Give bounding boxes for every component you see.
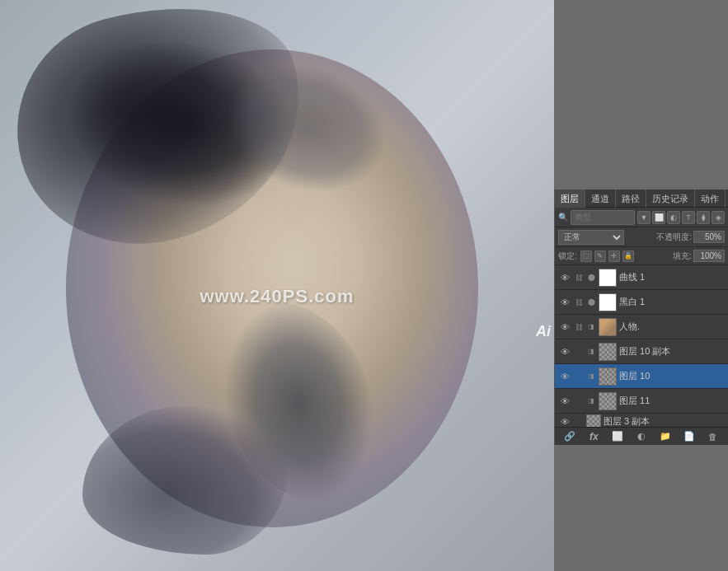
- layer-list: 👁 ⛓ ⬤ 曲线 1 👁 ⛓ ⬤ 黑白 1 👁 ⛓ ◨ 人物. 👁 ⛓ ◨: [555, 265, 728, 430]
- canvas-area: www.240PS.com: [0, 0, 554, 571]
- layer-name: 图层 10 副本: [619, 345, 725, 358]
- blend-mode-row: 正常 不透明度: 50%: [555, 227, 728, 247]
- filter-icons: ▼ ⬜ ◐ T ⧫ ◈: [637, 211, 725, 224]
- lock-icons: ⬚ ✎ ✛ 🔒: [580, 250, 634, 262]
- layer-mask-icon[interactable]: ◨: [586, 322, 596, 332]
- pixel-filter-icon[interactable]: ⬜: [652, 211, 665, 224]
- layer-name: 黑白 1: [619, 296, 725, 308]
- layer-visibility-icon[interactable]: 👁: [558, 395, 571, 408]
- lock-row: 锁定: ⬚ ✎ ✛ 🔒 填充: 100%: [555, 247, 728, 265]
- layer-row[interactable]: 👁 ⛓ ⬤ 曲线 1: [555, 265, 728, 290]
- kind-filter-icon[interactable]: ▼: [637, 211, 651, 224]
- layer-thumbnail: [599, 269, 617, 287]
- group-icon[interactable]: 📁: [658, 429, 673, 444]
- tab-channels[interactable]: 通道: [585, 190, 616, 208]
- link-icon[interactable]: 🔗: [562, 429, 577, 444]
- filter-input[interactable]: [575, 213, 631, 222]
- new-layer-icon[interactable]: 📄: [682, 429, 697, 444]
- layer-row[interactable]: 👁 ⛓ ◨ 图层 11: [555, 389, 728, 414]
- delete-layer-icon[interactable]: 🗑: [705, 429, 720, 444]
- panel-bottom-toolbar: 🔗 fx ⬜ ◐ 📁 📄 🗑: [555, 427, 728, 445]
- layers-panel: 图层 通道 路径 历史记录 动作 🔍 ▼ ⬜ ◐ T ⧫ ◈ 正常 不透明度: …: [554, 190, 728, 445]
- layer-row[interactable]: 👁 ⛓ ⬤ 黑白 1: [555, 290, 728, 315]
- layer-mask-icon[interactable]: ◨: [586, 396, 596, 406]
- layer-thumbnail: [599, 293, 617, 311]
- layer-name: 人物.: [619, 321, 725, 333]
- tab-history[interactable]: 历史记录: [646, 190, 695, 208]
- layer-thumbnail: [599, 343, 617, 361]
- add-mask-icon[interactable]: ⬜: [610, 429, 625, 444]
- layer-mask-icon[interactable]: ◨: [586, 347, 596, 357]
- lock-label: 锁定:: [558, 250, 577, 262]
- layer-name: 曲线 1: [619, 271, 725, 283]
- opacity-row: 不透明度: 50%: [656, 231, 725, 243]
- adjustment-layer-icon[interactable]: ◐: [634, 429, 649, 444]
- tab-actions[interactable]: 动作: [695, 190, 726, 208]
- layer-visibility-icon[interactable]: 👁: [558, 345, 571, 358]
- watermark: www.240PS.com: [200, 286, 354, 307]
- shape-filter-icon[interactable]: ⧫: [697, 211, 710, 224]
- layer-chain-icon[interactable]: ⛓: [574, 322, 584, 332]
- layer-thumbnail: [599, 318, 617, 336]
- search-icon: 🔍: [558, 213, 568, 222]
- layer-row-selected[interactable]: 👁 ⛓ ◨ 图层 10: [555, 364, 728, 389]
- layer-mask-icon[interactable]: ◨: [586, 372, 596, 381]
- ai-label: Ai: [536, 323, 551, 340]
- smart-filter-icon[interactable]: ◈: [712, 211, 725, 224]
- layer-name: 图层 10: [619, 370, 725, 382]
- opacity-value[interactable]: 50%: [693, 231, 725, 243]
- layer-visibility-icon[interactable]: 👁: [558, 321, 571, 334]
- layer-thumbnail: [599, 367, 617, 386]
- layer-row[interactable]: 👁 ⛓ ◨ 图层 10 副本: [555, 339, 728, 364]
- layer-chain-icon[interactable]: ⛓: [574, 273, 584, 283]
- lock-all-icon[interactable]: 🔒: [622, 250, 634, 262]
- blend-mode-select[interactable]: 正常: [558, 230, 624, 245]
- layer-name: 图层 11: [619, 395, 725, 407]
- fill-row: 填充: 100%: [673, 250, 725, 262]
- layer-visibility-icon[interactable]: 👁: [558, 271, 571, 284]
- layer-visibility-icon[interactable]: 👁: [558, 370, 571, 383]
- layer-mask-icon[interactable]: ⬤: [586, 273, 596, 283]
- fill-label: 填充:: [673, 250, 692, 262]
- fill-value[interactable]: 100%: [693, 250, 725, 262]
- text-filter-icon[interactable]: T: [682, 211, 695, 224]
- fx-icon[interactable]: fx: [586, 429, 601, 444]
- opacity-label: 不透明度:: [656, 232, 692, 243]
- layer-thumbnail: [599, 392, 617, 410]
- layer-visibility-icon[interactable]: 👁: [558, 296, 571, 309]
- layer-row[interactable]: 👁 ⛓ ◨ 人物.: [555, 315, 728, 339]
- layer-name: 图层 3 副本: [604, 415, 725, 428]
- tab-paths[interactable]: 路径: [616, 190, 646, 208]
- tab-layers[interactable]: 图层: [555, 190, 585, 208]
- lock-position-icon[interactable]: ✛: [608, 250, 620, 262]
- layer-chain-icon[interactable]: ⛓: [574, 297, 584, 307]
- layer-mask-icon[interactable]: ⬤: [586, 297, 596, 307]
- filter-search[interactable]: [571, 210, 635, 225]
- filter-row: 🔍 ▼ ⬜ ◐ T ⧫ ◈: [555, 208, 728, 227]
- panel-tabs: 图层 通道 路径 历史记录 动作: [555, 190, 728, 208]
- adj-filter-icon[interactable]: ◐: [667, 211, 680, 224]
- lock-transparent-icon[interactable]: ⬚: [580, 250, 592, 262]
- lock-pixels-icon[interactable]: ✎: [594, 250, 606, 262]
